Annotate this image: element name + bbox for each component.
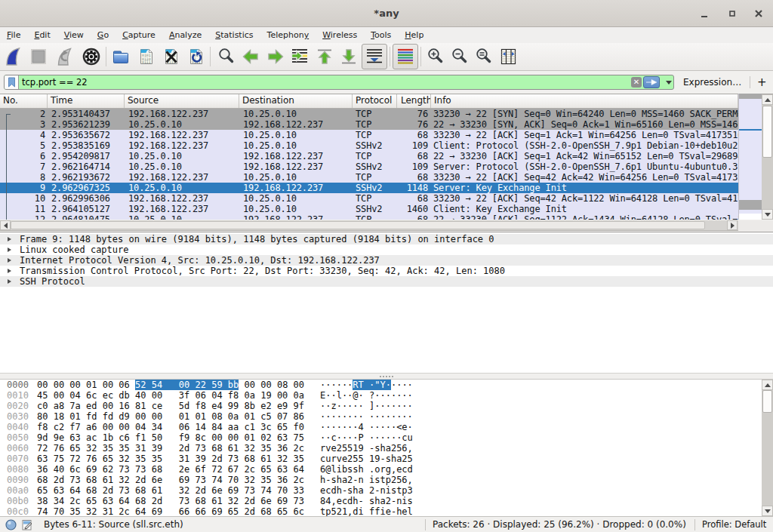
scroll-up-button[interactable] <box>762 94 773 105</box>
stop-capture-button[interactable] <box>29 47 48 66</box>
pane-splitter[interactable] <box>0 373 773 380</box>
filter-bookmark-button[interactable] <box>5 75 19 89</box>
hex-line-0040[interactable]: 0040f8 c2 f7 a6 00 00 04 34 06 14 84 aa … <box>0 422 773 432</box>
add-filter-button[interactable]: + <box>757 75 767 89</box>
reload-file-button[interactable]: 101110111 <box>186 47 206 66</box>
packet-row-12[interactable]: 122.96481047510.25.0.10192.168.122.237TC… <box>0 214 738 220</box>
scrollbar-thumb[interactable] <box>762 106 772 158</box>
minimize-button[interactable] <box>698 7 711 20</box>
column-header-info[interactable]: Info <box>431 94 738 108</box>
detail-row[interactable]: Transmission Control Protocol, Src Port:… <box>0 266 773 276</box>
resize-columns-button[interactable] <box>498 47 518 66</box>
column-header-source[interactable]: Source <box>125 94 239 108</box>
scroll-right-button[interactable] <box>727 220 738 230</box>
hex-line-0030[interactable]: 003080 18 01 fd fd d9 00 00 01 01 08 0a … <box>0 411 773 422</box>
scroll-down-button[interactable] <box>762 506 773 516</box>
menu-capture[interactable]: Capture <box>115 30 162 40</box>
packet-bytes-vscrollbar[interactable] <box>762 380 773 516</box>
menu-wireless[interactable]: Wireless <box>316 30 364 40</box>
close-file-button[interactable]: 01010112 <box>162 47 181 66</box>
menu-file[interactable]: File <box>0 30 27 40</box>
packet-row-8[interactable]: 82.962193672192.168.122.23710.25.0.10TCP… <box>0 172 738 183</box>
filter-dropdown-caret[interactable] <box>666 81 672 85</box>
capture-comment-button[interactable] <box>22 519 33 530</box>
expander-icon[interactable] <box>8 269 11 273</box>
column-header-protocol[interactable]: Protocol <box>353 94 397 108</box>
menu-statistics[interactable]: Statistics <box>208 30 260 40</box>
packet-row-10[interactable]: 102.962996306192.168.122.23710.25.0.10TC… <box>0 193 738 204</box>
menu-analyze[interactable]: Analyze <box>162 30 208 40</box>
hex-line-0010[interactable]: 001045 00 04 6c ec db 40 00 3f 06 04 f8 … <box>0 390 773 401</box>
packet-row-7[interactable]: 72.96216471410.25.0.10192.168.122.237SSH… <box>0 161 738 172</box>
colorize-toggle[interactable] <box>393 44 418 69</box>
restart-capture-button[interactable] <box>54 47 74 66</box>
packet-list-minimap[interactable] <box>738 94 761 220</box>
hex-line-0050[interactable]: 00509d 9e 63 ac 1b c6 f1 50 f9 8c 00 00 … <box>0 432 773 443</box>
scrollbar-thumb[interactable] <box>762 390 772 413</box>
close-button[interactable] <box>752 7 765 20</box>
go-back-button[interactable] <box>241 47 260 66</box>
expander-icon[interactable] <box>8 237 11 241</box>
save-file-button[interactable]: 010101100111 <box>137 47 156 66</box>
hex-line-0070[interactable]: 007063 75 72 76 65 32 35 35 31 39 2d 73 … <box>0 454 773 464</box>
detail-row[interactable]: Internet Protocol Version 4, Src: 10.25.… <box>0 255 773 266</box>
open-file-button[interactable] <box>111 47 131 66</box>
start-capture-button[interactable] <box>3 47 23 66</box>
expression-button[interactable]: Expression… <box>683 77 741 88</box>
auto-scroll-toggle[interactable] <box>362 44 387 69</box>
expert-info-button[interactable] <box>5 519 17 530</box>
go-last-packet-button[interactable] <box>339 47 359 66</box>
expander-icon[interactable] <box>8 258 11 263</box>
go-to-packet-button[interactable] <box>290 47 310 66</box>
hex-line-00a0[interactable]: 00a065 63 64 68 2d 73 68 61 32 2d 6e 69 … <box>0 485 773 496</box>
menu-telephony[interactable]: Telephony <box>260 30 316 40</box>
packet-list-vscrollbar[interactable] <box>762 94 773 220</box>
column-header-destination[interactable]: Destination <box>239 94 353 108</box>
packet-list-hscrollbar[interactable] <box>0 220 738 231</box>
packet-row-5[interactable]: 52.953835169192.168.122.23710.25.0.10SSH… <box>0 140 738 151</box>
display-filter-input[interactable]: tcp.port == 22 ✕ <box>4 75 674 90</box>
filter-clear-button[interactable]: ✕ <box>631 77 642 88</box>
scroll-up-button[interactable] <box>762 380 773 390</box>
hex-line-0080[interactable]: 008036 40 6c 69 62 73 73 68 2e 6f 72 67 … <box>0 464 773 475</box>
packet-row-3[interactable]: 32.95362123910.25.0.10192.168.122.237TCP… <box>0 119 738 130</box>
detail-row[interactable]: SSH Protocol <box>0 276 773 287</box>
zoom-in-button[interactable] <box>426 47 445 66</box>
go-first-packet-button[interactable] <box>315 47 334 66</box>
hex-line-0060[interactable]: 006072 76 65 32 35 35 31 39 2d 73 68 61 … <box>0 443 773 454</box>
find-packet-button[interactable] <box>217 47 236 66</box>
menu-go[interactable]: Go <box>91 30 115 40</box>
packet-row-4[interactable]: 42.953635672192.168.122.23710.25.0.10TCP… <box>0 130 738 140</box>
packet-row-6[interactable]: 62.95420981710.25.0.10192.168.122.237TCP… <box>0 151 738 161</box>
hex-line-00c0[interactable]: 00c074 70 35 32 31 2c 64 69 66 66 69 65 … <box>0 506 773 517</box>
hex-line-0000[interactable]: 000000 00 00 01 00 06 52 54 00 22 59 bb … <box>0 380 773 390</box>
capture-options-button[interactable] <box>82 47 101 66</box>
expander-icon[interactable] <box>8 279 11 284</box>
maximize-button[interactable] <box>725 7 739 20</box>
scroll-left-button[interactable] <box>0 220 11 230</box>
titlebar[interactable]: *any <box>0 0 773 27</box>
filter-apply-button[interactable] <box>643 76 660 88</box>
menu-view[interactable]: View <box>57 30 91 40</box>
hscrollbar-thumb[interactable] <box>11 221 705 229</box>
zoom-out-button[interactable] <box>450 47 470 66</box>
zoom-original-button[interactable] <box>474 47 494 66</box>
go-forward-button[interactable] <box>266 47 285 66</box>
column-header-no[interactable]: No. <box>0 94 48 108</box>
status-profile[interactable]: Profile: Default <box>702 519 766 530</box>
packet-row-2[interactable]: 22.953140437192.168.122.23710.25.0.10TCP… <box>0 109 738 119</box>
menu-help[interactable]: Help <box>398 30 430 40</box>
detail-row[interactable]: Linux cooked capture <box>0 244 773 255</box>
hex-line-00b0[interactable]: 00b038 34 2c 65 63 64 68 2d 73 68 61 32 … <box>0 496 773 506</box>
hex-line-0020[interactable]: 0020c0 a8 7a ed 00 16 81 ce 5d f8 e4 99 … <box>0 401 773 411</box>
detail-row[interactable]: Frame 9: 1148 bytes on wire (9184 bits),… <box>0 234 773 244</box>
expander-icon[interactable] <box>8 248 11 252</box>
column-header-time[interactable]: Time <box>48 94 125 108</box>
menu-edit[interactable]: Edit <box>27 30 57 40</box>
menu-tools[interactable]: Tools <box>364 30 398 40</box>
packet-row-11[interactable]: 112.964105127192.168.122.23710.25.0.10SS… <box>0 204 738 214</box>
hex-line-0090[interactable]: 009068 2d 73 68 61 32 2d 6e 69 73 74 70 … <box>0 475 773 485</box>
scroll-down-button[interactable] <box>762 209 773 220</box>
packet-row-9[interactable]: 92.96296732510.25.0.10192.168.122.237SSH… <box>0 183 738 193</box>
column-header-length[interactable]: Length <box>397 94 431 108</box>
